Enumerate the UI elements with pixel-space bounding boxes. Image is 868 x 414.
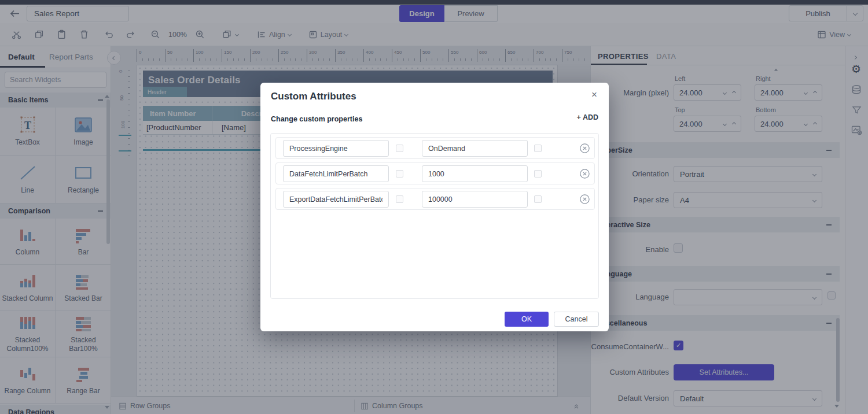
close-icon[interactable]: × (588, 88, 601, 101)
custom-attributes-dialog: Custom Attributes × Change custom proper… (260, 83, 609, 331)
attribute-value-input[interactable] (422, 140, 528, 157)
value-expression-checkbox[interactable] (534, 170, 542, 178)
attributes-list (270, 133, 599, 299)
add-attribute-button[interactable]: + ADD (577, 113, 598, 121)
attribute-row (275, 188, 595, 210)
value-expression-checkbox[interactable] (534, 195, 542, 203)
attribute-value-input[interactable] (422, 165, 528, 182)
cancel-button[interactable]: Cancel (554, 312, 599, 327)
dialog-subtitle: Change custom properties (271, 115, 362, 123)
attribute-name-input[interactable] (283, 165, 389, 182)
value-expression-checkbox[interactable] (534, 145, 542, 152)
remove-attribute-icon[interactable] (579, 143, 590, 154)
attribute-name-input[interactable] (283, 191, 389, 208)
attribute-row (275, 137, 595, 159)
name-expression-checkbox[interactable] (396, 195, 403, 203)
ok-button[interactable]: OK (505, 312, 549, 327)
remove-attribute-icon[interactable] (579, 168, 590, 179)
remove-attribute-icon[interactable] (579, 194, 590, 205)
name-expression-checkbox[interactable] (396, 145, 403, 152)
dialog-title: Custom Attributes (271, 91, 356, 102)
attribute-value-input[interactable] (422, 191, 528, 208)
name-expression-checkbox[interactable] (396, 170, 403, 178)
attribute-name-input[interactable] (283, 140, 389, 157)
attribute-row (275, 162, 595, 184)
